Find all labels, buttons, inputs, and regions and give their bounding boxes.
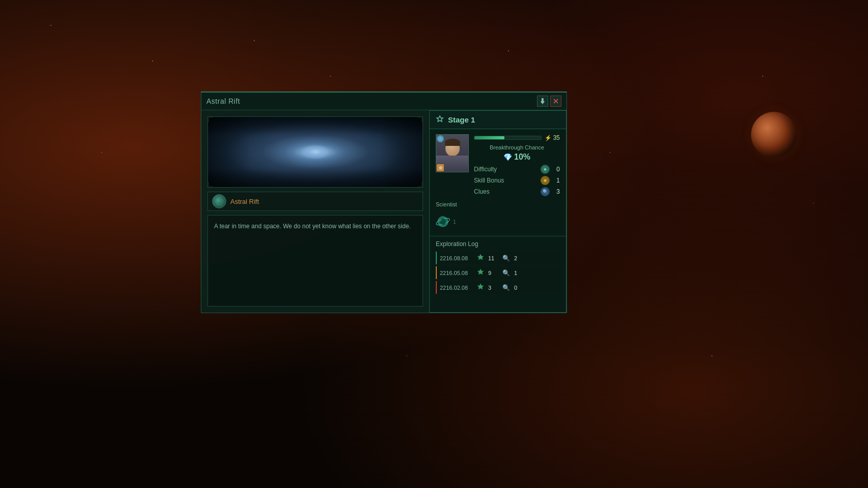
- planet-label: 1: [453, 219, 456, 225]
- svg-marker-1: [541, 101, 545, 103]
- scientist-info: ⚡ 35 Breakthrough Chance 💎 10%: [474, 134, 560, 196]
- svg-marker-5: [437, 116, 443, 121]
- log-artifact-icon-2: [477, 268, 484, 277]
- dialog-titlebar: Astral Rift: [201, 93, 566, 110]
- skill-bonus-value-area: ★ 1: [541, 176, 560, 185]
- svg-marker-11: [477, 269, 484, 274]
- avatar-top-badge: [437, 135, 444, 142]
- dialog-content-area: Astral Rift A tear in time and space. We…: [201, 110, 566, 313]
- main-dialog: Astral Rift: [201, 92, 567, 313]
- clues-row: Clues 🔍 3: [474, 187, 560, 196]
- skill-bonus-label: Skill Bonus: [474, 177, 504, 184]
- breakthrough-gem-icon: 💎: [503, 153, 512, 161]
- log-artifact-value-3: 3: [488, 285, 498, 291]
- scientist-row: ⚙ ⚡ 35: [436, 134, 560, 196]
- description-text: A tear in time and space. We do not yet …: [214, 223, 411, 230]
- log-search-icon-2: 🔍: [502, 269, 510, 277]
- energy-value: 35: [553, 134, 560, 141]
- log-entries: 2216.08.08 11 🔍 2 2216.05.08: [436, 252, 560, 294]
- log-date-3: 2216.02.08: [440, 285, 473, 291]
- pin-button[interactable]: [537, 96, 548, 107]
- difficulty-label: Difficulty: [474, 166, 497, 173]
- pin-icon: [539, 98, 546, 105]
- planet-icon: [751, 112, 797, 158]
- left-panel: Astral Rift A tear in time and space. We…: [201, 110, 429, 313]
- stage-icon: [436, 115, 444, 125]
- log-artifact-value-2: 9: [488, 270, 498, 276]
- breakthrough-percent: 10%: [514, 152, 530, 162]
- navigation-planet-icon[interactable]: [436, 215, 450, 229]
- difficulty-icon: ●: [541, 165, 550, 174]
- clues-value-area: 🔍 3: [541, 187, 560, 196]
- clues-icon: 🔍: [541, 187, 550, 196]
- stage-header: Stage 1: [430, 111, 566, 129]
- clues-label: Clues: [474, 188, 490, 195]
- close-button[interactable]: [550, 96, 561, 107]
- scientist-avatar: ⚙: [436, 134, 469, 172]
- exploration-log: Exploration Log 2216.08.08 11 🔍 2: [430, 236, 566, 312]
- location-icon: [212, 194, 226, 208]
- nebula-image: [207, 116, 423, 188]
- clues-value: 3: [552, 188, 560, 195]
- difficulty-value: 0: [552, 166, 560, 173]
- progress-bar-bg: [474, 136, 542, 140]
- skill-bonus-icon: ★: [541, 176, 550, 185]
- breakthrough-label: Breakthrough Chance: [474, 144, 560, 150]
- log-entry-2: 2216.05.08 9 🔍 1: [436, 266, 560, 279]
- log-date-1: 2216.08.08: [440, 255, 473, 261]
- description-box: A tear in time and space. We do not yet …: [207, 215, 423, 307]
- svg-marker-10: [477, 254, 484, 260]
- skill-bonus-value: 1: [552, 177, 560, 184]
- svg-point-9: [440, 220, 442, 221]
- log-search-icon-1: 🔍: [502, 255, 510, 262]
- log-search-icon-3: 🔍: [502, 284, 510, 291]
- log-artifact-value-1: 11: [488, 255, 498, 261]
- stage-title: Stage 1: [448, 115, 475, 124]
- difficulty-row: Difficulty ● 0: [474, 165, 560, 174]
- stage-panel: Stage 1: [429, 110, 566, 313]
- progress-bar-fill: [474, 136, 504, 139]
- energy-icon: ⚡: [545, 135, 552, 141]
- log-search-value-2: 1: [514, 270, 517, 276]
- close-icon: [553, 98, 559, 104]
- stats-area: Difficulty ● 0 Skill Bonus ★ 1: [474, 165, 560, 196]
- log-date-2: 2216.05.08: [440, 270, 473, 276]
- log-entry-3: 2216.02.08 3 🔍 0: [436, 281, 560, 294]
- progress-value: ⚡ 35: [545, 134, 560, 141]
- breakthrough-area: Breakthrough Chance 💎 10%: [474, 144, 560, 162]
- log-entry-1: 2216.08.08 11 🔍 2: [436, 252, 560, 264]
- stage-body: ⚙ ⚡ 35: [430, 129, 566, 236]
- dialog-controls: [537, 96, 561, 107]
- svg-marker-12: [477, 284, 484, 289]
- location-bar: Astral Rift: [207, 192, 423, 211]
- progress-area: ⚡ 35: [474, 134, 560, 141]
- log-artifact-icon-1: [477, 254, 484, 262]
- scientist-label: Scientist: [436, 201, 560, 207]
- svg-rect-0: [542, 98, 544, 101]
- location-name: Astral Rift: [230, 198, 259, 205]
- breakthrough-value: 💎 10%: [474, 152, 560, 162]
- log-title: Exploration Log: [436, 240, 560, 248]
- skill-bonus-row: Skill Bonus ★ 1: [474, 176, 560, 185]
- difficulty-value-area: ● 0: [541, 165, 560, 174]
- log-search-value-3: 0: [514, 285, 517, 291]
- planet-row: 1: [436, 212, 560, 231]
- dialog-title: Astral Rift: [206, 97, 240, 105]
- log-search-value-1: 2: [514, 255, 517, 261]
- log-artifact-icon-3: [477, 283, 484, 292]
- avatar-badge: ⚙: [437, 164, 444, 171]
